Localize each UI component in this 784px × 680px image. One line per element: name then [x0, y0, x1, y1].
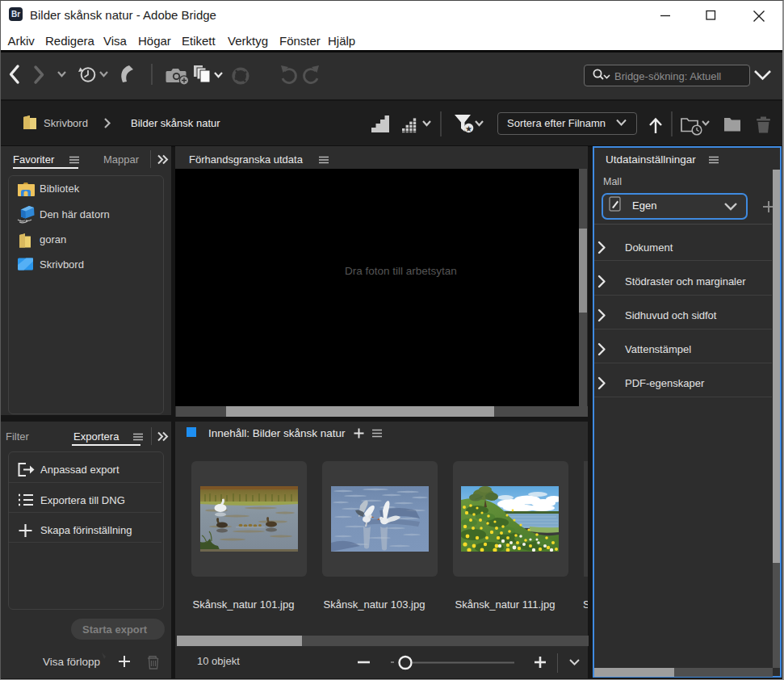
svg-text:★: ★: [465, 124, 472, 133]
